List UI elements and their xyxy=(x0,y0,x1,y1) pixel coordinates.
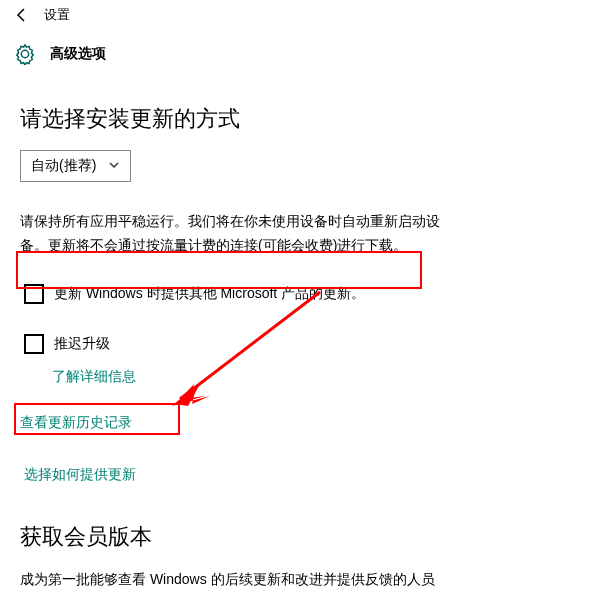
page-title: 高级选项 xyxy=(50,45,106,63)
update-history-link[interactable]: 查看更新历史记录 xyxy=(20,414,132,432)
chevron-down-icon xyxy=(108,158,120,174)
titlebar: 设置 xyxy=(0,0,600,30)
gear-icon xyxy=(14,43,36,65)
insider-description: 成为第一批能够查看 Windows 的后续更新和改进并提供反馈的人员之一。 xyxy=(20,568,440,593)
checkbox-label: 推迟升级 xyxy=(54,335,110,353)
install-description: 请保持所有应用平稳运行。我们将在你未使用设备时自动重新启动设备。更新将不会通过按… xyxy=(20,210,460,258)
install-mode-dropdown[interactable]: 自动(推荐) xyxy=(20,150,131,182)
back-button[interactable] xyxy=(10,3,34,27)
learn-more-link[interactable]: 了解详细信息 xyxy=(52,368,136,386)
checkbox-icon xyxy=(24,284,44,304)
content: 请选择安装更新的方式 自动(推荐) 请保持所有应用平稳运行。我们将在你未使用设备… xyxy=(0,78,600,593)
checkbox-label: 更新 Windows 时提供其他 Microsoft 产品的更新。 xyxy=(54,285,365,303)
delivery-optimization-link[interactable]: 选择如何提供更新 xyxy=(24,466,136,484)
section-heading-install: 请选择安装更新的方式 xyxy=(20,104,580,134)
app-name: 设置 xyxy=(44,6,70,24)
checkbox-other-products[interactable]: 更新 Windows 时提供其他 Microsoft 产品的更新。 xyxy=(20,278,580,310)
dropdown-value: 自动(推荐) xyxy=(31,157,96,175)
checkbox-icon xyxy=(24,334,44,354)
checkbox-defer-upgrades[interactable]: 推迟升级 xyxy=(20,328,580,360)
header: 高级选项 xyxy=(0,30,600,78)
section-heading-insider: 获取会员版本 xyxy=(20,522,580,552)
